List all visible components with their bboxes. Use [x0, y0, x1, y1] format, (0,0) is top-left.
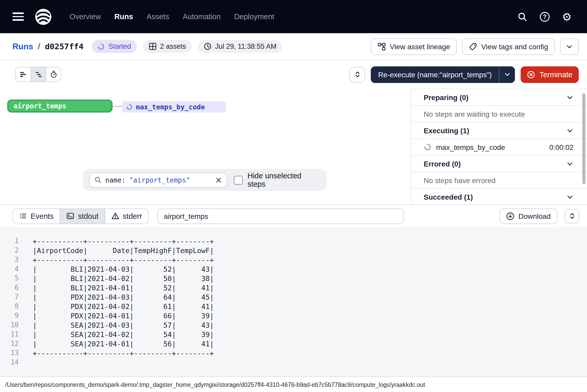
query-value: "airport_temps" — [129, 176, 190, 184]
section-preparing-empty: No steps are waiting to execute — [411, 105, 587, 122]
unfold-icon — [568, 212, 576, 220]
log-line: 3+-----------+----------+---------+-----… — [0, 255, 587, 264]
view-tags-config-button[interactable]: View tags and config — [462, 38, 555, 55]
top-navbar: Overview Runs Assets Automation Deployme… — [0, 0, 587, 33]
log-line: 4| BLI|2021-04-03| 52| 43| — [0, 264, 587, 274]
dagster-run-page: Overview Runs Assets Automation Deployme… — [0, 0, 587, 392]
log-line: 13+-----------+----------+---------+----… — [0, 348, 587, 358]
collapse-header-button[interactable] — [560, 38, 579, 55]
gantt-flat-icon — [19, 71, 27, 78]
log-line: 9| PDX|2021-04-01| 66| 39| — [0, 311, 587, 320]
section-errored-empty: No steps have errored — [411, 172, 587, 188]
log-actions: Download — [499, 208, 579, 224]
menu-icon[interactable] — [12, 12, 24, 21]
node-connector-line — [113, 106, 122, 107]
caret-down-icon — [504, 71, 511, 78]
expand-log-button[interactable] — [565, 209, 579, 223]
warning-triangle-icon — [111, 212, 119, 220]
stopwatch-icon — [50, 71, 57, 78]
gantt-waterfall-icon — [34, 71, 42, 78]
lineage-icon — [377, 42, 386, 51]
nav-item-assets[interactable]: Assets — [141, 8, 175, 25]
run-toolbar: Re-execute (name:"airport_temps") Termin… — [0, 60, 587, 89]
tag-icon — [469, 42, 477, 51]
panel-scrollbar[interactable] — [582, 93, 585, 184]
log-line: 10| SEA|2021-04-03| 57| 43| — [0, 320, 587, 330]
log-file-path-bar: /Users/ben/repos/components_demo/spark-d… — [0, 376, 587, 392]
clear-search-icon[interactable] — [215, 177, 222, 183]
log-line: 5| BLI|2021-04-02| 50| 38| — [0, 274, 587, 283]
chevron-down-icon — [566, 94, 574, 101]
tab-stdout[interactable]: stdout — [60, 209, 105, 223]
section-executing-header[interactable]: Executing (1) — [411, 122, 587, 138]
view-asset-lineage-button[interactable]: View asset lineage — [371, 38, 457, 55]
status-badge: Started — [92, 40, 137, 53]
terminal-icon — [67, 212, 74, 220]
timestamp-badge: Jul 29, 11:38:55 AM — [198, 40, 282, 53]
run-header: Runs / d0257ff4 Started 2 assets — [0, 33, 587, 60]
terminate-button[interactable]: Terminate — [521, 66, 579, 83]
chevron-down-icon — [566, 160, 574, 167]
log-line: 2|AirportCode| Date|TempHighF|TempLowF| — [0, 246, 587, 255]
step-filter-bar: name:"airport_temps" Hide unselected ste… — [83, 169, 327, 191]
reexecute-button[interactable]: Re-execute (name:"airport_temps") — [371, 66, 515, 83]
hide-unselected-steps-toggle[interactable]: Hide unselected steps — [234, 172, 320, 188]
nav-item-overview[interactable]: Overview — [64, 8, 107, 25]
log-line: 6| BLI|2021-04-01| 52| 41| — [0, 283, 587, 292]
step-node-airport-temps[interactable]: airport_temps — [7, 100, 113, 113]
reexecute-dropdown-caret[interactable] — [500, 66, 515, 83]
hide-unselected-checkbox[interactable] — [234, 176, 243, 184]
dagster-logo-icon[interactable] — [34, 8, 52, 26]
run-steps-panel: Preparing (0) No steps are waiting to ex… — [411, 89, 587, 204]
nav-item-deployment[interactable]: Deployment — [228, 8, 280, 25]
clock-icon — [204, 43, 212, 50]
step-search-input[interactable]: name:"airport_temps" — [89, 172, 227, 187]
run-header-actions: View asset lineage View tags and config — [371, 38, 579, 55]
assets-badge[interactable]: 2 assets — [143, 40, 192, 53]
search-icon — [94, 176, 102, 184]
zoom-unfold-button[interactable] — [350, 67, 365, 82]
breadcrumb-runs-link[interactable]: Runs — [12, 42, 33, 51]
primary-nav: Overview Runs Assets Automation Deployme… — [64, 8, 280, 25]
settings-gear-icon[interactable]: ⚙ — [559, 9, 575, 24]
download-button[interactable]: Download — [499, 208, 557, 224]
run-gantt-section: airport_temps max_temps_by_code name:"ai… — [0, 89, 587, 204]
gantt-flat-view-button[interactable] — [16, 67, 31, 81]
section-preparing-header[interactable]: Preparing (0) — [411, 89, 587, 105]
step-node-max-temps-by-code[interactable]: max_temps_by_code — [122, 101, 226, 113]
unfold-icon — [353, 71, 361, 78]
tab-stderr[interactable]: stderr — [105, 209, 148, 223]
spinner-icon — [424, 143, 431, 151]
executing-step-elapsed: 0:00:02 — [549, 143, 574, 151]
list-icon — [19, 212, 27, 220]
log-line: 11| SEA|2021-04-02| 54| 39| — [0, 330, 587, 339]
log-line: 8| PDX|2021-04-02| 61| 41| — [0, 302, 587, 311]
log-step-filter-input[interactable] — [157, 208, 404, 224]
tab-events[interactable]: Events — [13, 209, 60, 223]
breadcrumb: Runs / d0257ff4 — [12, 42, 83, 51]
stdout-log-viewer[interactable]: 1+-----------+----------+---------+-----… — [0, 227, 587, 376]
svg-text:?: ? — [543, 13, 546, 20]
spinner-icon — [126, 103, 133, 110]
help-icon[interactable]: ? — [537, 9, 552, 24]
section-succeeded-header[interactable]: Succeeded (1) — [411, 188, 587, 204]
download-icon — [506, 212, 514, 220]
chevron-down-icon — [566, 43, 573, 50]
log-file-path: /Users/ben/repos/components_demo/spark-d… — [5, 381, 425, 388]
search-icon[interactable] — [514, 9, 530, 24]
executing-step-name: max_temps_by_code — [436, 143, 505, 151]
log-line: 1+-----------+----------+---------+-----… — [0, 236, 587, 246]
timer-view-button[interactable] — [46, 67, 61, 81]
nav-item-automation[interactable]: Automation — [177, 8, 226, 25]
nav-item-runs[interactable]: Runs — [109, 8, 139, 25]
view-mode-segmented-control — [15, 67, 61, 82]
executing-step-row[interactable]: max_temps_by_code 0:00:02 — [411, 138, 587, 155]
log-toolbar: Events stdout stderr — [0, 204, 587, 227]
chevron-down-icon — [566, 127, 574, 134]
section-errored-header[interactable]: Errored (0) — [411, 155, 587, 172]
run-badges: Started 2 assets Jul 29, 11:38:55 AM — [92, 40, 282, 53]
log-line: 14 — [0, 358, 587, 367]
gantt-waterfall-view-button[interactable] — [31, 67, 46, 81]
step-graph-area: airport_temps max_temps_by_code name:"ai… — [0, 89, 411, 204]
grid-icon — [149, 43, 156, 50]
